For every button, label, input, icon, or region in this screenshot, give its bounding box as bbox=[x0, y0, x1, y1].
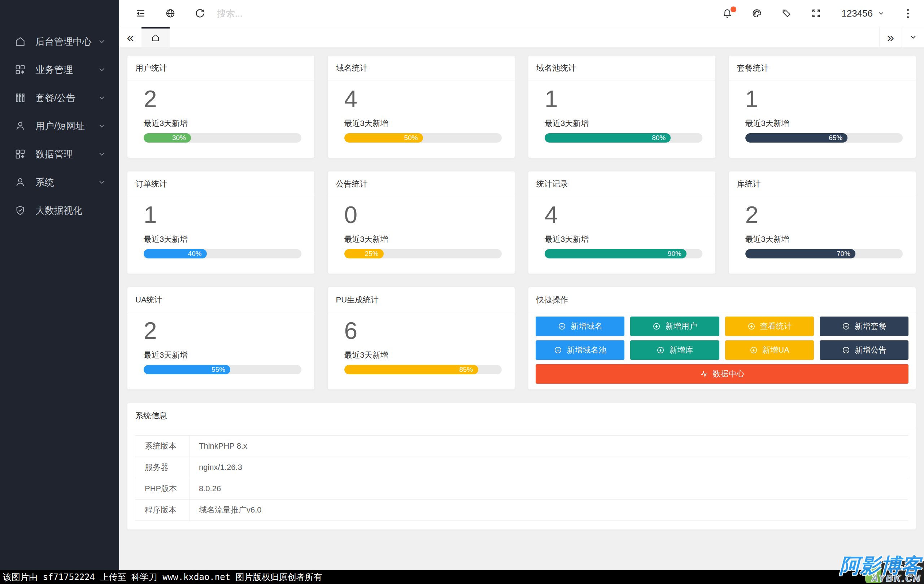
progress-label: 90% bbox=[668, 250, 681, 258]
tab-home[interactable] bbox=[142, 27, 170, 47]
chevron-down-icon bbox=[97, 122, 106, 130]
sidebar-item-packages-notices[interactable]: 套餐/公告 bbox=[0, 84, 119, 112]
info-label: 程序版本 bbox=[135, 500, 190, 521]
stat-card-stat-records: 统计记录 4 最近3天新增 90% bbox=[528, 172, 715, 274]
button-label: 新增用户 bbox=[665, 321, 697, 332]
stat-card-domains: 域名统计 4 最近3天新增 50% bbox=[328, 56, 515, 158]
stat-sublabel: 最近3天新增 bbox=[544, 234, 702, 245]
fullscreen-icon[interactable] bbox=[811, 8, 822, 19]
tag-icon[interactable] bbox=[781, 8, 792, 19]
progress-track: 70% bbox=[745, 249, 903, 259]
palette-icon[interactable] bbox=[751, 8, 762, 19]
progress-label: 85% bbox=[459, 366, 473, 374]
kebab-menu-icon[interactable] bbox=[903, 8, 913, 19]
chevron-down-icon bbox=[97, 65, 106, 74]
tabs-dropdown-button[interactable] bbox=[902, 27, 924, 47]
stat-card-notices: 公告统计 0 最近3天新增 25% bbox=[328, 172, 515, 274]
stat-card-title: 域名统计 bbox=[328, 56, 515, 81]
stat-card-domain-pool: 域名池统计 1 最近3天新增 80% bbox=[528, 56, 715, 158]
add-domain-button[interactable]: 新增域名 bbox=[536, 317, 624, 336]
progress-track: 90% bbox=[544, 249, 702, 259]
tab-bar: « » bbox=[119, 27, 924, 48]
stat-card-title: 统计记录 bbox=[528, 172, 715, 196]
progress-track: 55% bbox=[144, 365, 301, 374]
sidebar-item-business[interactable]: 业务管理 bbox=[0, 56, 119, 84]
stat-value: 1 bbox=[745, 86, 903, 113]
data-center-button[interactable]: 数据中心 bbox=[536, 364, 909, 384]
sidebar-item-system[interactable]: 系统 bbox=[0, 168, 119, 196]
plus-circle-icon bbox=[558, 322, 566, 331]
stat-card-title: 套餐统计 bbox=[729, 56, 916, 81]
progress-track: 50% bbox=[344, 133, 502, 143]
info-label: 系统版本 bbox=[135, 436, 190, 457]
quick-actions-card: 快捷操作 新增域名 新增用户 查看统计 bbox=[528, 287, 916, 389]
username-label: 123456 bbox=[842, 8, 873, 19]
stat-sublabel: 最近3天新增 bbox=[144, 350, 301, 361]
system-info-card: 系统信息 系统版本 ThinkPHP 8.x 服务器 nginx/1.26.3 … bbox=[127, 403, 916, 530]
info-label: PHP版本 bbox=[135, 478, 190, 500]
add-user-button[interactable]: 新增用户 bbox=[630, 317, 719, 336]
progress-label: 25% bbox=[365, 250, 379, 258]
stat-card-users: 用户统计 2 最近3天新增 30% bbox=[127, 56, 314, 158]
info-value: nginx/1.26.3 bbox=[190, 457, 908, 478]
globe-icon[interactable] bbox=[165, 8, 176, 19]
progress-fill: 80% bbox=[544, 133, 671, 143]
watermark-text: 该图片由 sf71752224 上传至 科学刀 www.kxdao.net 图片… bbox=[3, 571, 322, 583]
progress-fill: 55% bbox=[144, 365, 230, 374]
table-row: 程序版本 域名流量推广v6.0 bbox=[135, 500, 908, 521]
refresh-icon[interactable] bbox=[195, 8, 205, 19]
add-ua-button[interactable]: 新增UA bbox=[725, 340, 814, 360]
sidebar: 后台管理中心 业务管理 套餐/公告 bbox=[0, 0, 119, 584]
stat-sublabel: 最近3天新增 bbox=[344, 118, 502, 129]
sidebar-item-data-management[interactable]: 数据管理 bbox=[0, 140, 119, 168]
plus-circle-icon bbox=[749, 346, 758, 355]
chevron-down-icon bbox=[97, 94, 106, 102]
apps-icon bbox=[15, 148, 26, 160]
progress-fill: 30% bbox=[144, 133, 191, 143]
image-watermark-bar: 该图片由 sf71752224 上传至 科学刀 www.kxdao.net 图片… bbox=[0, 570, 924, 584]
progress-track: 25% bbox=[344, 249, 502, 259]
search-input[interactable] bbox=[217, 8, 368, 19]
add-domain-pool-button[interactable]: 新增域名池 bbox=[536, 340, 624, 360]
stat-sublabel: 最近3天新增 bbox=[144, 234, 301, 245]
progress-track: 30% bbox=[144, 133, 301, 143]
stat-value: 6 bbox=[344, 317, 502, 345]
bell-icon[interactable] bbox=[722, 8, 733, 19]
stat-value: 4 bbox=[344, 86, 502, 113]
tabs-scroll-right-button[interactable]: » bbox=[879, 27, 902, 47]
tabs-empty-space bbox=[170, 27, 879, 47]
user-icon bbox=[15, 120, 26, 132]
stat-sublabel: 最近3天新增 bbox=[544, 118, 702, 129]
progress-label: 50% bbox=[404, 134, 418, 142]
collapse-menu-icon[interactable] bbox=[135, 8, 146, 19]
sidebar-item-bigdata-visual[interactable]: 大数据视化 bbox=[0, 196, 119, 224]
progress-label: 80% bbox=[652, 134, 666, 142]
sidebar-item-label: 用户/短网址 bbox=[35, 120, 97, 132]
sidebar-item-users-shorturl[interactable]: 用户/短网址 bbox=[0, 112, 119, 140]
progress-track: 80% bbox=[544, 133, 702, 143]
progress-fill: 85% bbox=[344, 365, 478, 374]
top-header: 123456 bbox=[119, 0, 924, 27]
plus-circle-icon bbox=[652, 322, 661, 331]
stat-value: 1 bbox=[144, 201, 301, 229]
stat-sublabel: 最近3天新增 bbox=[745, 118, 903, 129]
stat-value: 2 bbox=[745, 201, 903, 229]
progress-track: 65% bbox=[745, 133, 903, 143]
tabs-scroll-left-button[interactable]: « bbox=[119, 27, 142, 47]
plus-circle-icon bbox=[656, 346, 665, 355]
view-stats-button[interactable]: 查看统计 bbox=[725, 317, 814, 336]
sidebar-item-label: 数据管理 bbox=[35, 148, 97, 161]
add-package-button[interactable]: 新增套餐 bbox=[820, 317, 909, 336]
info-value: 8.0.26 bbox=[190, 478, 908, 500]
stat-card-title: 公告统计 bbox=[328, 172, 515, 196]
sidebar-item-admin-center[interactable]: 后台管理中心 bbox=[0, 27, 119, 56]
plus-circle-icon bbox=[747, 322, 756, 331]
chevron-down-icon bbox=[97, 150, 106, 158]
user-menu[interactable]: 123456 bbox=[842, 8, 885, 19]
add-notice-button[interactable]: 新增公告 bbox=[820, 340, 909, 360]
add-library-button[interactable]: 新增库 bbox=[630, 340, 719, 360]
sidebar-item-label: 业务管理 bbox=[35, 64, 97, 76]
pulse-icon bbox=[700, 370, 708, 378]
info-value: ThinkPHP 8.x bbox=[190, 436, 908, 457]
plus-circle-icon bbox=[842, 322, 850, 331]
